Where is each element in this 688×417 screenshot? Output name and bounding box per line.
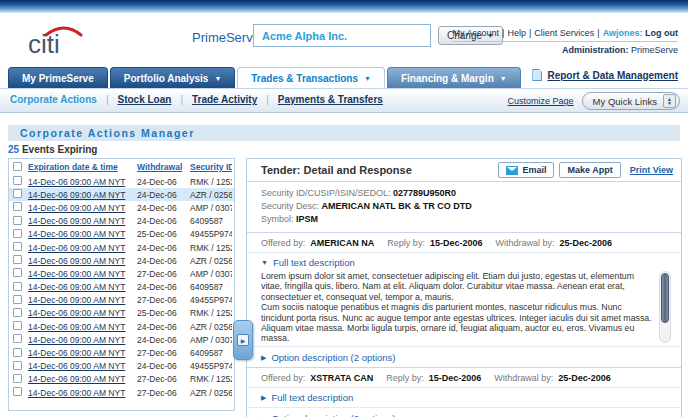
row-checkbox[interactable]	[13, 321, 22, 330]
expiration-date-link[interactable]: 14-Dec-06 09:00 AM NYT	[28, 203, 137, 213]
expiration-date-link[interactable]: 14-Dec-06 09:00 AM NYT	[28, 335, 137, 345]
select-all-checkbox[interactable]	[13, 162, 22, 171]
security-info: Security ID/CUSIP/ISIN/SEDOL: 027789U950…	[247, 182, 681, 233]
withdrawal-date: 24-Dec-06	[137, 322, 190, 332]
tender-detail-panel: Tender: Detail and Response Email Make A…	[246, 158, 682, 417]
subnav-stock-loan[interactable]: Stock Loan	[117, 94, 171, 105]
row-checkbox[interactable]	[13, 255, 22, 264]
column-security-id[interactable]: Security ID	[190, 162, 232, 172]
withdrawal-date: 27-Dec-06	[137, 374, 190, 384]
security-id: 6409587	[190, 282, 232, 292]
logout-link[interactable]: Log out	[645, 28, 678, 38]
table-row[interactable]: 14-Dec-06 09:00 AM NYT 27-Dec-06 RMK / 1…	[9, 373, 234, 386]
panel-expand-handle[interactable]: ▶	[233, 320, 253, 360]
quick-links-dropdown[interactable]: My Quick Links ▲▼	[582, 92, 680, 110]
row-checkbox[interactable]	[13, 202, 22, 211]
subnav-payments-transfers[interactable]: Payments & Transfers	[278, 94, 383, 105]
row-checkbox[interactable]	[13, 268, 22, 277]
secondary-nav: Corporate Actions | Stock Loan | Trade A…	[0, 88, 688, 113]
table-row[interactable]: 14-Dec-06 09:00 AM NYT 24-Dec-06 AMP / 0…	[9, 333, 234, 346]
print-view-link[interactable]: Print View	[630, 165, 673, 175]
tab-portfolio-analysis[interactable]: Portfolio Analysis▼	[110, 67, 236, 88]
offer-1-options-toggle[interactable]: ▶ Option description (2 options)	[247, 346, 681, 367]
scrollbar-thumb[interactable]	[661, 273, 669, 323]
expiration-date-link[interactable]: 14-Dec-06 09:00 AM NYT	[28, 216, 137, 226]
expiration-date-link[interactable]: 14-Dec-06 09:00 AM NYT	[28, 361, 137, 371]
row-checkbox[interactable]	[13, 229, 22, 238]
description-scrollbar[interactable]	[659, 271, 671, 343]
detail-title-row: Tender: Detail and Response Email Make A…	[247, 159, 681, 182]
subnav-trade-activity[interactable]: Trade Activity	[192, 94, 257, 105]
expiration-date-link[interactable]: 14-Dec-06 09:00 AM NYT	[28, 269, 137, 279]
tab-trades-transactions[interactable]: Trades & Transactions▼	[237, 67, 385, 88]
table-row[interactable]: 14-Dec-06 09:00 AM NYT 24-Dec-06 AZR / 0…	[9, 188, 234, 201]
table-row[interactable]: 14-Dec-06 09:00 AM NYT 24-Dec-06 AZR / 0…	[9, 254, 234, 267]
row-checkbox[interactable]	[13, 334, 22, 343]
column-withdrawal[interactable]: Withdrawal	[137, 162, 190, 172]
column-expiration[interactable]: Expiration date & time	[28, 162, 137, 172]
table-row[interactable]: 14-Dec-06 09:00 AM NYT 24-Dec-06 6409587	[9, 215, 234, 228]
withdrawal-date: 24-Dec-06	[137, 190, 190, 200]
expiration-date-link[interactable]: 14-Dec-06 09:00 AM NYT	[28, 322, 137, 332]
make-appt-button[interactable]: Make Appt	[559, 162, 620, 178]
row-checkbox[interactable]	[13, 295, 22, 304]
row-checkbox[interactable]	[13, 242, 22, 251]
expiration-date-link[interactable]: 14-Dec-06 09:00 AM NYT	[28, 348, 137, 358]
expiration-date-link[interactable]: 14-Dec-06 09:00 AM NYT	[28, 177, 137, 187]
row-checkbox[interactable]	[13, 348, 22, 357]
expiration-date-link[interactable]: 14-Dec-06 09:00 AM NYT	[28, 374, 137, 384]
client-services-link[interactable]: Client Services	[534, 28, 594, 38]
table-row[interactable]: 14-Dec-06 09:00 AM NYT 27-Dec-06 6409587	[9, 346, 234, 359]
expand-arrow-icon: ▶	[237, 334, 249, 346]
expiration-date-link[interactable]: 14-Dec-06 09:00 AM NYT	[28, 190, 137, 200]
table-row[interactable]: 14-Dec-06 09:00 AM NYT 24-Dec-06 6409587	[9, 281, 234, 294]
tab-financing-margin[interactable]: Financing & Margin▼	[387, 67, 521, 88]
expiration-date-link[interactable]: 14-Dec-06 09:00 AM NYT	[28, 256, 137, 266]
separator: |	[266, 94, 269, 105]
expiration-date-link[interactable]: 14-Dec-06 09:00 AM NYT	[28, 295, 137, 305]
row-checkbox[interactable]	[13, 374, 22, 383]
table-row[interactable]: 14-Dec-06 09:00 AM NYT 25-Dec-06 RMK / 1…	[9, 307, 234, 320]
row-checkbox[interactable]	[13, 387, 22, 396]
expiration-date-link[interactable]: 14-Dec-06 09:00 AM NYT	[28, 282, 137, 292]
row-checkbox[interactable]	[13, 361, 22, 370]
table-row[interactable]: 14-Dec-06 09:00 AM NYT 24-Dec-06 RMK / 1…	[9, 241, 234, 254]
withdrawal-date: 25-Dec-06	[137, 308, 190, 318]
table-row[interactable]: 14-Dec-06 09:00 AM NYT 27-Dec-06 AZR / 0…	[9, 386, 234, 399]
expiration-date-link[interactable]: 14-Dec-06 09:00 AM NYT	[28, 388, 137, 398]
table-row[interactable]: 14-Dec-06 09:00 AM NYT 25-Dec-06 49455P9…	[9, 228, 234, 241]
nav-tabs: My PrimeServe Portfolio Analysis▼ Trades…	[8, 67, 521, 88]
security-desc-field: Security Desc: AMERICAN NATL BK & TR CO …	[261, 200, 667, 213]
table-row[interactable]: 14-Dec-06 09:00 AM NYT 24-Dec-06 RMK / 1…	[9, 175, 234, 188]
tab-my-primeserve[interactable]: My PrimeServe	[8, 67, 108, 88]
table-row[interactable]: 14-Dec-06 09:00 AM NYT 27-Dec-06 49455P9…	[9, 294, 234, 307]
offer-1-full-text-toggle[interactable]: ▼ Full text description	[247, 253, 681, 270]
expiration-date-link[interactable]: 14-Dec-06 09:00 AM NYT	[28, 229, 137, 239]
expiration-date-link[interactable]: 14-Dec-06 09:00 AM NYT	[28, 243, 137, 253]
table-row[interactable]: 14-Dec-06 09:00 AM NYT 24-Dec-06 49455P9…	[9, 360, 234, 373]
subnav-corporate-actions[interactable]: Corporate Actions	[10, 94, 97, 105]
row-checkbox[interactable]	[13, 176, 22, 185]
withdrawal-date: 27-Dec-06	[137, 295, 190, 305]
my-account-link[interactable]: My Account	[453, 28, 500, 38]
table-row[interactable]: 14-Dec-06 09:00 AM NYT 24-Dec-06 AZR / 0…	[9, 320, 234, 333]
offer-2-header: Offered by:XSTRATA CAN Reply by:15-Dec-2…	[247, 367, 681, 388]
offer-2-full-text-toggle[interactable]: ▶ Full text description	[247, 388, 681, 407]
row-checkbox[interactable]	[13, 189, 22, 198]
help-link[interactable]: Help	[507, 28, 526, 38]
row-checkbox[interactable]	[13, 282, 22, 291]
app-window: citi PrimeServeTM Acme Alpha Inc. Change…	[0, 0, 688, 417]
svg-text:citi: citi	[28, 29, 60, 57]
offer-2-options-toggle[interactable]: ▶ Option description (2 options)	[247, 407, 681, 417]
email-button[interactable]: Email	[498, 162, 554, 178]
table-row[interactable]: 14-Dec-06 09:00 AM NYT 27-Dec-06 AMP / 0…	[9, 267, 234, 280]
events-table-header: Expiration date & time Withdrawal Securi…	[9, 159, 234, 175]
spinner-arrows-icon: ▲▼	[663, 94, 676, 108]
row-checkbox[interactable]	[13, 308, 22, 317]
row-checkbox[interactable]	[13, 216, 22, 225]
expiration-date-link[interactable]: 14-Dec-06 09:00 AM NYT	[28, 308, 137, 318]
withdrawal-date: 24-Dec-06	[137, 361, 190, 371]
report-data-management[interactable]: Report & Data Management	[532, 69, 678, 81]
customize-page-link[interactable]: Customize Page	[508, 96, 574, 106]
table-row[interactable]: 14-Dec-06 09:00 AM NYT 24-Dec-06 AMP / 0…	[9, 201, 234, 214]
